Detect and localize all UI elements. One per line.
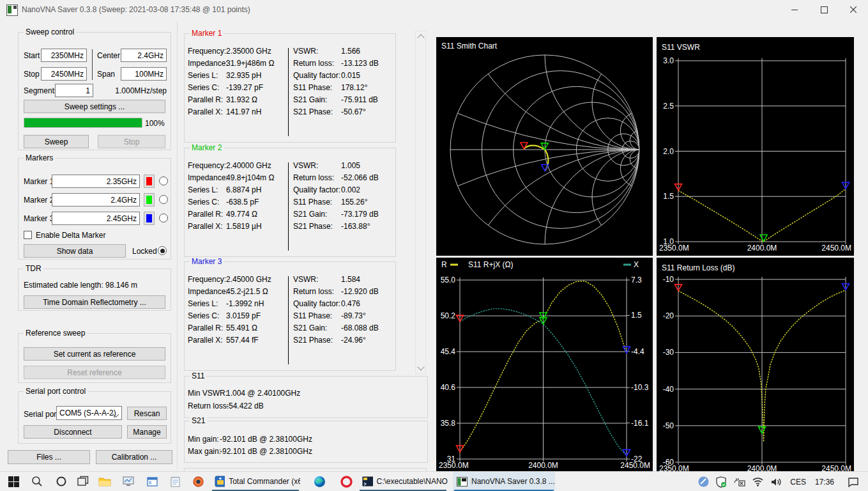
- s11-vswr-chart[interactable]: 3.02.52.01.51.02350.0M2400.0M2450.0MS11 …: [657, 37, 854, 256]
- s11-smith-chart[interactable]: S11 Smith Chart: [436, 37, 653, 256]
- detail-value: 0.002: [341, 185, 360, 194]
- notification-center-button[interactable]: [839, 472, 868, 491]
- rjx-svg: 55.050.245.440.635.8317.31.5-4.4-10.3-16…: [436, 258, 653, 471]
- tray-volume-button[interactable]: [767, 472, 786, 491]
- cortana-button[interactable]: [53, 472, 70, 491]
- close-button[interactable]: [839, 0, 868, 19]
- marker1-radio[interactable]: [159, 176, 168, 185]
- detail-value: 45.2-j21.5 Ω: [226, 287, 268, 296]
- rescan-button[interactable]: Rescan: [127, 407, 167, 420]
- svg-text:-50: -50: [663, 421, 674, 430]
- enable-delta-marker-checkbox[interactable]: [24, 231, 32, 239]
- detail-value: -1.3992 nH: [226, 299, 264, 308]
- taskbar-console-button[interactable]: C:\executable\NANO...: [358, 472, 448, 491]
- marker-2-details-group: Marker 2Frequency:2.40000 GHzImpedance:4…: [184, 148, 396, 257]
- svg-text:-20: -20: [663, 311, 674, 320]
- max-gain-label: Max gain:: [188, 447, 221, 456]
- detail-label: S11 Phase:: [293, 311, 332, 320]
- serial-port-select[interactable]: COM5 (S-A-A-2): [56, 406, 122, 420]
- marker1-color-swatch: [146, 177, 152, 185]
- marker1-input[interactable]: [52, 175, 140, 188]
- serial-port-label: Serial port: [24, 410, 59, 419]
- detail-value: 32.935 pH: [226, 71, 261, 80]
- tray-security-button[interactable]: [712, 472, 730, 491]
- taskbar-opera-button[interactable]: [331, 472, 357, 491]
- svg-text:35.8: 35.8: [441, 419, 456, 428]
- tray-app-button[interactable]: [695, 472, 712, 491]
- serial-port-value: COM5 (S-A-A-2): [59, 409, 116, 417]
- start-input[interactable]: [41, 49, 87, 62]
- task-view-icon: [77, 476, 89, 487]
- marker-panel-scrollbar[interactable]: [415, 31, 426, 374]
- security-app-button[interactable]: [190, 472, 206, 491]
- tdr-button[interactable]: Time Domain Reflectometry ...: [24, 295, 165, 309]
- step-size-label: 1.000MHz/step: [95, 86, 167, 95]
- taskbar-edge-button[interactable]: [305, 472, 330, 491]
- sweep-settings-button[interactable]: Sweep settings ...: [24, 100, 165, 113]
- locked-radio[interactable]: [158, 246, 167, 255]
- svg-text:3.0: 3.0: [663, 56, 674, 65]
- show-data-button[interactable]: Show data: [24, 244, 126, 258]
- marker2-color-button[interactable]: [144, 193, 155, 207]
- calibration-button[interactable]: Calibration ...: [96, 450, 172, 464]
- marker3-label: Marker 3: [24, 214, 54, 223]
- segments-input[interactable]: [55, 84, 93, 97]
- marker2-input[interactable]: [52, 193, 140, 207]
- center-input[interactable]: [121, 49, 167, 62]
- language-indicator[interactable]: CES: [786, 478, 811, 487]
- files-button[interactable]: Files ...: [8, 450, 90, 464]
- span-input[interactable]: [121, 67, 167, 81]
- detail-value: 1.584: [341, 275, 360, 284]
- file-explorer-button[interactable]: [96, 472, 113, 491]
- scroll-down-arrow[interactable]: [416, 363, 425, 373]
- s11-return-loss-chart[interactable]: -10-20-30-40-50-602350.0M2400.0M2450.0MS…: [657, 258, 854, 471]
- svg-text:S11 Smith Chart: S11 Smith Chart: [441, 42, 498, 51]
- reset-reference-button[interactable]: Reset reference: [24, 366, 165, 379]
- detail-label: Impedance:: [188, 287, 228, 296]
- set-reference-button[interactable]: Set current as reference: [24, 347, 165, 361]
- stop-label: Stop: [24, 70, 40, 79]
- scroll-up-arrow[interactable]: [416, 31, 425, 42]
- detail-value: -13.123 dB: [341, 59, 379, 68]
- marker1-color-button[interactable]: [144, 175, 155, 188]
- marker3-radio[interactable]: [159, 214, 168, 222]
- minimize-button[interactable]: [780, 0, 809, 19]
- detail-value: 2.45000 GHz: [226, 275, 271, 284]
- manage-button[interactable]: Manage: [127, 425, 167, 439]
- search-button[interactable]: [29, 472, 45, 491]
- markers-legend: Markers: [24, 153, 55, 162]
- tray-network-button[interactable]: [749, 472, 767, 491]
- locked-label: Locked: [132, 247, 157, 256]
- max-gain-value: -92.101 dB @ 2.38100GHz: [220, 447, 312, 456]
- maximize-button[interactable]: [809, 0, 839, 19]
- app-window-button[interactable]: [144, 472, 160, 491]
- disconnect-button[interactable]: Disconnect: [24, 425, 122, 439]
- detail-label: Quality factor:: [293, 185, 340, 194]
- tray-power-button[interactable]: [730, 472, 749, 491]
- taskbar-nanovna-label: NanoVNA Saver 0.3.8 ...: [471, 477, 555, 486]
- progress-percent-label: 100%: [145, 119, 165, 128]
- marker2-radio[interactable]: [159, 195, 168, 204]
- system-monitor-button[interactable]: [120, 472, 137, 491]
- detail-label: Series C:: [188, 311, 219, 320]
- detail-label: S11 Phase:: [293, 198, 332, 207]
- detail-label: Parallel X:: [188, 107, 223, 116]
- detail-value: -73.179 dB: [341, 210, 379, 219]
- s11-summary-group: S11 Min VSWR: 1.004 @ 2.40100GHz Return …: [184, 376, 428, 418]
- taskbar-nanovna-button[interactable]: NanoVNA Saver 0.3.8 ...: [453, 472, 555, 491]
- taskbar-total-commander-button[interactable]: Total Commander (x6...: [211, 472, 300, 491]
- clock[interactable]: 17:36: [811, 478, 839, 487]
- task-view-button[interactable]: [75, 472, 91, 491]
- stop-input[interactable]: [41, 67, 87, 81]
- s11-rjx-chart[interactable]: 55.050.245.440.635.8317.31.5-4.4-10.3-16…: [436, 258, 653, 471]
- stop-button[interactable]: Stop: [98, 135, 165, 148]
- reference-sweep-group: Reference sweep Set current as reference…: [18, 333, 171, 383]
- notepad-button[interactable]: [167, 472, 183, 491]
- marker3-input[interactable]: [52, 212, 140, 225]
- sweep-button[interactable]: Sweep: [24, 135, 89, 148]
- marker3-color-button[interactable]: [144, 212, 155, 225]
- s21-summary-legend: S21: [190, 416, 207, 425]
- start-button[interactable]: [5, 472, 22, 491]
- reference-sweep-legend: Reference sweep: [24, 329, 87, 338]
- smith-grid: [436, 37, 653, 256]
